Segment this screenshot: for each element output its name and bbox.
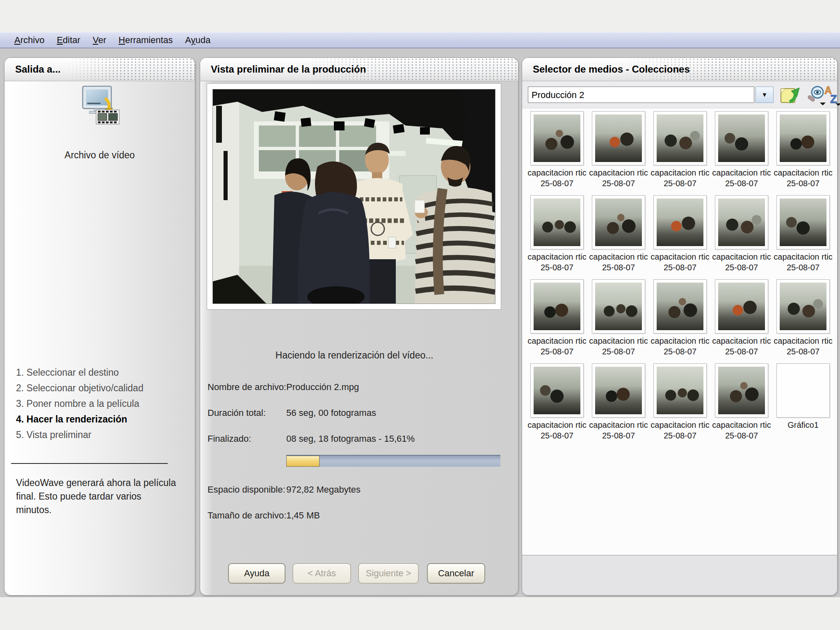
- media-caption: capacitacion rtic 25-08-07: [526, 420, 588, 441]
- photo-thumbnail[interactable]: [715, 111, 768, 165]
- field-file-size-value: 1,45 MB: [286, 510, 320, 521]
- media-item[interactable]: capacitacion rtic 25-08-07: [772, 111, 834, 189]
- menu-ver[interactable]: Ver: [87, 35, 112, 46]
- thumbnail-image: [595, 283, 642, 330]
- field-filename-value: Producción 2.mpg: [286, 382, 359, 393]
- media-item[interactable]: capacitacion rtic 25-08-07: [526, 363, 588, 441]
- photo-thumbnail[interactable]: [715, 363, 768, 418]
- media-item[interactable]: capacitacion rtic 25-08-07: [526, 111, 588, 189]
- media-item[interactable]: capacitacion rtic 25-08-07: [711, 111, 772, 189]
- render-note: VideoWave generará ahora la película fin…: [16, 476, 178, 517]
- window-bottom-strip: [0, 597, 840, 630]
- media-item[interactable]: capacitacion rtic 25-08-07: [588, 279, 649, 357]
- thumbnail-image: [718, 199, 765, 246]
- output-panel-header: Salida a...: [5, 58, 195, 81]
- field-available-space-value: 972,82 Megabytes: [286, 484, 361, 495]
- step-5: 5. Vista preliminar: [16, 427, 144, 443]
- media-item[interactable]: capacitacion rtic 25-08-07: [772, 195, 834, 273]
- field-finished-label: Finalizado:: [208, 434, 286, 444]
- menu-ayuda[interactable]: Ayuda: [179, 35, 217, 46]
- media-caption: capacitacion rtic 25-08-07: [711, 420, 772, 441]
- photo-thumbnail[interactable]: [776, 279, 830, 333]
- media-item[interactable]: capacitacion rtic 25-08-07: [711, 195, 772, 273]
- media-caption: capacitacion rtic 25-08-07: [711, 167, 772, 189]
- photo-thumbnail[interactable]: [530, 363, 584, 418]
- photo-thumbnail[interactable]: [653, 195, 707, 249]
- field-available-space: Espacio disponible: 972,82 Megabytes: [208, 484, 361, 495]
- field-available-space-label: Espacio disponible:: [208, 484, 286, 495]
- thumbnail-image: [718, 283, 765, 330]
- media-item[interactable]: capacitacion rtic 25-08-07: [588, 195, 649, 273]
- media-item[interactable]: capacitacion rtic 25-08-07: [649, 195, 711, 273]
- media-caption: Gráfico1: [772, 420, 834, 430]
- media-item[interactable]: capacitacion rtic 25-08-07: [711, 279, 772, 357]
- photo-thumbnail[interactable]: [715, 195, 768, 249]
- menu-archivo[interactable]: Archivo: [8, 35, 50, 46]
- field-total-duration-label: Duración total:: [208, 408, 286, 418]
- media-item[interactable]: capacitacion rtic 25-08-07: [588, 111, 649, 189]
- media-item[interactable]: capacitacion rtic 25-08-07: [649, 111, 711, 189]
- media-item[interactable]: capacitacion rtic 25-08-07: [588, 363, 649, 441]
- media-caption: capacitacion rtic 25-08-07: [649, 420, 711, 441]
- photo-thumbnail[interactable]: [776, 195, 830, 249]
- field-filename-label: Nombre de archivo:: [208, 382, 286, 393]
- thumbnail-image: [657, 367, 703, 414]
- render-progress-bar: [286, 455, 500, 467]
- videowave-window: ArchivoEditarVerHerramientasAyuda Salida…: [0, 0, 840, 630]
- photo-thumbnail[interactable]: [592, 195, 645, 249]
- photo-thumbnail[interactable]: [653, 111, 707, 165]
- photo-thumbnail[interactable]: [592, 111, 645, 165]
- chevron-down-icon[interactable]: ▼: [756, 87, 774, 103]
- help-button[interactable]: Ayuda: [228, 563, 285, 584]
- thumbnail-image: [780, 367, 826, 414]
- collection-combobox-value: Producción 2: [532, 90, 584, 100]
- media-caption: capacitacion rtic 25-08-07: [649, 336, 711, 357]
- thumbnail-image: [534, 199, 580, 246]
- media-item[interactable]: capacitacion rtic 25-08-07: [711, 363, 772, 441]
- step-4: 4. Hacer la renderización: [16, 411, 144, 427]
- preview-panel-header: Vista preliminar de la producción: [200, 58, 518, 81]
- media-caption: capacitacion rtic 25-08-07: [526, 336, 588, 357]
- menu-editar[interactable]: Editar: [50, 35, 87, 46]
- divider: [11, 463, 168, 464]
- media-caption: capacitacion rtic 25-08-07: [649, 251, 711, 273]
- media-selector-title: Selector de medios - Colecciones: [522, 58, 837, 81]
- output-panel: Salida a...: [4, 57, 195, 596]
- thumbnail-image: [595, 114, 642, 162]
- back-button[interactable]: < Atrás: [292, 563, 351, 584]
- photo-thumbnail[interactable]: [530, 279, 584, 333]
- media-item[interactable]: capacitacion rtic 25-08-07: [649, 363, 711, 441]
- photo-thumbnail[interactable]: [592, 279, 645, 333]
- next-button[interactable]: Siguiente >: [358, 563, 419, 584]
- field-total-duration-value: 56 seg, 00 fotogramas: [286, 408, 376, 418]
- media-item[interactable]: capacitacion rtic 25-08-07: [772, 279, 834, 357]
- media-caption: capacitacion rtic 25-08-07: [588, 420, 649, 441]
- step-2: 2. Seleccionar objetivo/calidad: [16, 380, 144, 396]
- photo-thumbnail[interactable]: [653, 363, 707, 418]
- photo-thumbnail[interactable]: [715, 279, 768, 333]
- media-item[interactable]: capacitacion rtic 25-08-07: [526, 279, 588, 357]
- photo-thumbnail[interactable]: [530, 195, 584, 249]
- media-caption: capacitacion rtic 25-08-07: [526, 251, 588, 273]
- media-item[interactable]: capacitacion rtic 25-08-07: [649, 279, 711, 357]
- steps-list: 1. Seleccionar el destino 2. Seleccionar…: [16, 365, 144, 443]
- thumbnail-image: [595, 199, 642, 246]
- open-collection-icon[interactable]: [779, 84, 800, 106]
- media-panel-footer: [522, 555, 837, 595]
- menu-herramientas[interactable]: Herramientas: [112, 35, 179, 46]
- media-caption: capacitacion rtic 25-08-07: [588, 336, 649, 357]
- photo-thumbnail[interactable]: [592, 363, 645, 418]
- photo-thumbnail[interactable]: [530, 111, 584, 165]
- media-item[interactable]: capacitacion rtic 25-08-07: [526, 195, 588, 273]
- collection-combobox[interactable]: Producción 2: [528, 87, 754, 103]
- cancel-button[interactable]: Cancelar: [427, 563, 485, 584]
- graphic-thumbnail[interactable]: [776, 363, 830, 418]
- preview-panel-title: Vista preliminar de la producción: [200, 58, 518, 81]
- sort-az-icon[interactable]: A Z: [824, 84, 840, 107]
- photo-thumbnail[interactable]: [653, 279, 707, 333]
- thumbnail-image: [657, 283, 703, 330]
- media-item[interactable]: Gráfico1: [772, 363, 834, 441]
- media-selector-header: Selector de medios - Colecciones: [522, 58, 837, 81]
- media-caption: capacitacion rtic 25-08-07: [588, 251, 649, 273]
- photo-thumbnail[interactable]: [776, 111, 830, 165]
